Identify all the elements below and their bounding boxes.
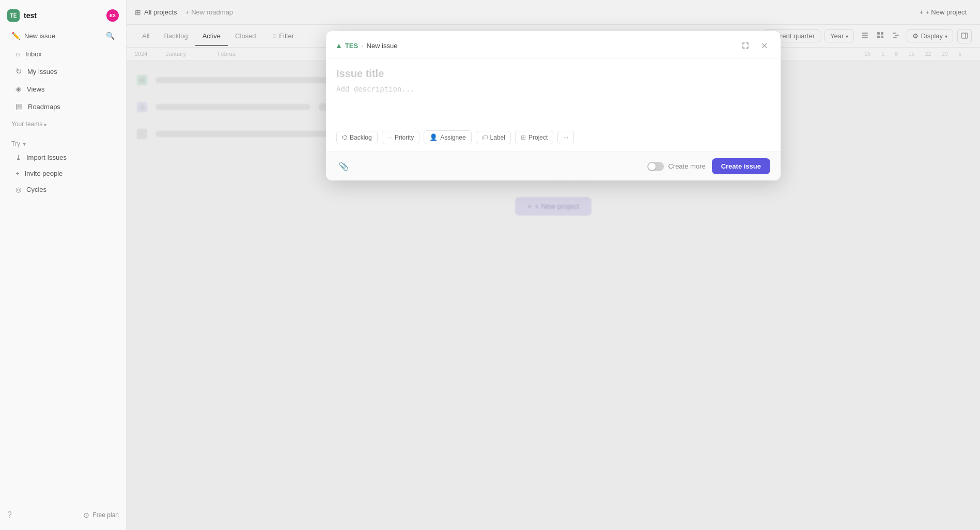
roadmaps-icon: ▤ [15,102,23,111]
sidebar-item-views[interactable]: ◈ Views [4,81,122,97]
user-avatar[interactable]: EX [106,9,119,22]
project-icon: ⊞ [521,134,526,141]
views-icon: ◈ [15,84,22,94]
close-icon: ✕ [761,41,768,51]
sidebar-item-cycles[interactable]: ◎ Cycles [4,182,122,197]
breadcrumb-new-issue: New issue [367,42,398,50]
status-button[interactable]: Backlog [336,131,378,144]
search-icon[interactable]: 🔍 [106,32,115,40]
label-icon: 🏷 [481,134,488,141]
free-plan-icon: ⊙ [83,511,89,519]
workspace-name[interactable]: TE test [7,9,37,22]
status-label: Backlog [350,134,372,141]
workspace-label: test [24,11,37,20]
create-issue-button[interactable]: Create issue [712,158,770,174]
sidebar-header: TE test EX [0,6,126,28]
chevron-right-icon: ▸ [44,122,47,127]
attach-button[interactable]: 📎 [336,159,351,174]
team-label: TES [345,42,358,50]
sidebar-item-inbox[interactable]: ○ Inbox [4,46,122,62]
paperclip-icon: 📎 [338,161,349,171]
assignee-button[interactable]: 👤 Assignee [424,130,471,144]
try-label: Try ▼ [0,135,126,149]
modal-header-actions: ✕ [738,38,771,53]
modal-overlay: ▲ TES › New issue ✕ [127,0,980,530]
more-options-button[interactable]: ··· [557,131,574,144]
chevron-down-icon: ▼ [22,141,27,147]
project-label: Project [528,134,548,141]
sidebar-item-label: Import Issues [26,154,67,161]
free-plan-label: Free plan [92,511,119,519]
sidebar-item-invite-people[interactable]: + Invite people [4,166,122,181]
team-icon: ▲ [335,41,343,50]
main-content: ⊞ All projects + New roadmap + + New pro… [127,0,980,530]
priority-button[interactable]: ··· Priority [382,131,420,144]
modal-footer: 📎 Create more Create issue [326,152,781,180]
cycles-icon: ◎ [15,186,21,193]
expand-button[interactable] [738,38,753,53]
priority-icon: ··· [387,134,392,141]
more-icon: ··· [563,134,568,141]
modal-breadcrumb: ▲ TES › New issue [335,41,397,50]
project-button[interactable]: ⊞ Project [515,131,553,144]
sidebar-item-roadmaps[interactable]: ▤ Roadmaps [4,98,122,115]
issue-title-input[interactable] [336,68,770,80]
sidebar-bottom: ? ⊙ Free plan [0,506,126,524]
priority-label: Priority [395,134,414,141]
sidebar-item-label: Inbox [25,50,42,58]
help-icon[interactable]: ? [7,510,12,520]
my-issues-icon: ↻ [15,67,22,76]
modal-body [326,58,781,125]
free-plan-button[interactable]: ⊙ Free plan [83,511,119,519]
assignee-label: Assignee [440,134,465,141]
label-button[interactable]: 🏷 Label [476,131,511,144]
assignee-icon: 👤 [429,133,438,141]
new-issue-button[interactable]: ✏️ New issue 🔍 [4,28,122,43]
footer-right: Create more Create issue [647,158,770,174]
status-icon [342,135,347,140]
sidebar: TE test EX ✏️ New issue 🔍 ○ Inbox ↻ My i… [0,0,127,530]
pencil-icon: ✏️ [11,32,20,40]
modal-header: ▲ TES › New issue ✕ [326,31,781,58]
sidebar-item-import-issues[interactable]: ⤓ Import Issues [4,150,122,165]
sidebar-item-label: Cycles [26,186,46,193]
sidebar-item-label: Roadmaps [28,103,60,111]
workspace-avatar: TE [7,9,20,22]
label-label: Label [490,134,505,141]
import-icon: ⤓ [15,154,21,161]
your-teams-label: Your teams ▸ [0,115,126,130]
sidebar-item-label: Invite people [25,170,63,177]
close-button[interactable]: ✕ [757,38,771,53]
breadcrumb-separator: › [361,42,363,50]
sidebar-item-label: My issues [27,68,57,75]
sidebar-item-my-issues[interactable]: ↻ My issues [4,63,122,80]
issue-description-input[interactable] [336,85,770,116]
inbox-icon: ○ [15,50,20,58]
create-more-toggle: Create more [647,162,705,171]
team-badge[interactable]: ▲ TES [335,41,358,50]
new-issue-label: New issue [24,32,55,40]
create-more-label: Create more [668,162,705,170]
new-issue-modal: ▲ TES › New issue ✕ [326,31,781,180]
create-more-switch[interactable] [647,162,664,171]
sidebar-item-label: Views [27,85,44,93]
modal-meta: Backlog ··· Priority 👤 Assignee 🏷 Label … [326,125,781,152]
invite-icon: + [15,170,20,177]
